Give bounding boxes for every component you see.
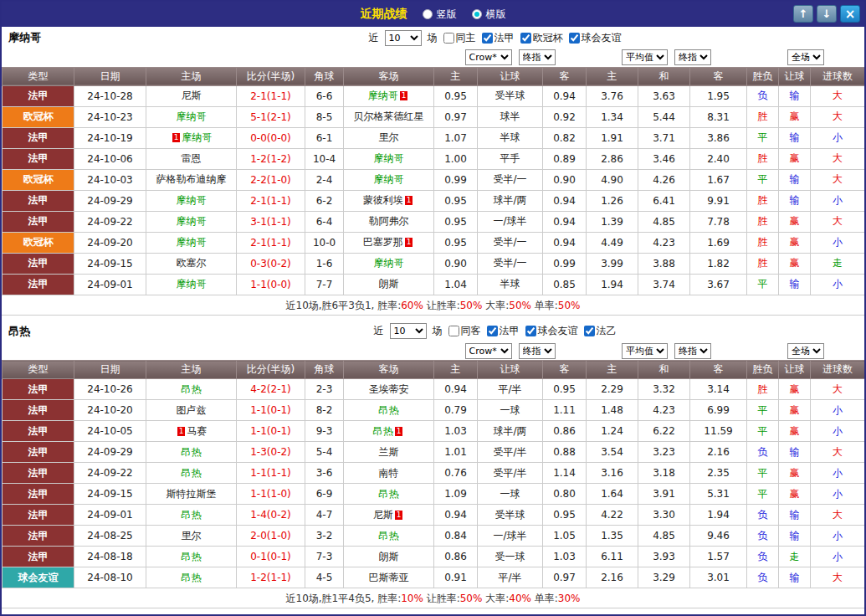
- match-scope-select[interactable]: 全场: [787, 49, 824, 65]
- outcome-goals-cell: 大: [811, 505, 865, 526]
- match-filters: 近10场同客法甲球会友谊法乙: [126, 323, 864, 339]
- layout-radio-horizontal[interactable]: 横版: [472, 8, 506, 22]
- close-button[interactable]: ×: [840, 5, 860, 23]
- unit-label: 场: [433, 324, 443, 338]
- checkbox-input[interactable]: [525, 326, 536, 336]
- handicap-line-cell: 球半: [478, 106, 543, 127]
- home-team-cell: 昂热: [146, 463, 237, 484]
- euro-away-odds-cell: 3.01: [690, 567, 747, 588]
- euro-draw-odds-cell: 3.18: [638, 463, 690, 484]
- euro-odds-stage-select[interactable]: 终指: [674, 49, 711, 65]
- asian-home-odds-cell: 0.95: [434, 190, 478, 211]
- unit-label: 场: [428, 31, 438, 45]
- date-cell: 24-09-29: [74, 190, 146, 211]
- checkbox-input[interactable]: [443, 33, 454, 44]
- league-cell: 法甲: [3, 421, 74, 442]
- filter-checkbox[interactable]: 法甲: [482, 31, 515, 45]
- euro-odds-source-select[interactable]: 平均值: [622, 49, 668, 65]
- euro-odds-stage-select[interactable]: 终指: [674, 343, 711, 359]
- euro-home-odds-cell: 2.16: [587, 567, 638, 588]
- filter-checkbox[interactable]: 欧冠杯: [520, 31, 563, 45]
- league-cell: 法甲: [3, 442, 74, 463]
- handicap-line-cell: 半球: [478, 127, 543, 148]
- checkbox-input[interactable]: [569, 33, 580, 44]
- team-label: 圣埃蒂安: [369, 383, 409, 395]
- outcome-handicap-cell: 赢: [779, 400, 811, 421]
- asian-odds-source-select[interactable]: Crow*: [465, 343, 512, 359]
- column-header: 主: [434, 67, 478, 85]
- match-count-select[interactable]: 10: [385, 30, 422, 46]
- checkbox-label: 球会友谊: [538, 324, 578, 338]
- outcome-handicap-cell: 输: [779, 526, 811, 547]
- team-label: 尼斯: [182, 90, 202, 101]
- asian-away-odds-cell: 1.03: [543, 547, 587, 567]
- column-header: 类型: [3, 67, 74, 85]
- team-label: 贝尔格莱德红星: [354, 110, 424, 122]
- euro-odds-source-select[interactable]: 平均值: [622, 343, 668, 359]
- asian-home-odds-cell: 0.97: [434, 106, 478, 127]
- team-label: 摩纳哥: [177, 194, 207, 206]
- near-label: 近: [369, 31, 379, 45]
- handicap-line-cell: 一球: [478, 400, 543, 421]
- euro-draw-odds-cell: 3.29: [638, 567, 690, 588]
- match-count-select[interactable]: 10: [390, 323, 427, 339]
- summary-line: 近10场,胜6平3负1, 胜率:60% 让胜率:50% 大率:50% 单率:50…: [2, 295, 864, 316]
- euro-home-odds-cell: 1.26: [587, 190, 638, 211]
- column-header: 主: [434, 361, 478, 379]
- score-cell: 1-1(1-0): [237, 484, 305, 505]
- outcome-handicap-cell: 赢: [779, 484, 811, 505]
- away-team-cell: 兰斯: [344, 442, 434, 463]
- outcome-handicap-cell: 赢: [779, 421, 811, 442]
- table-row: 法甲24-09-01昂热1-4(0-2)4-7尼斯10.94受半球0.954.2…: [3, 505, 865, 526]
- asian-home-odds-cell: 0.91: [434, 567, 478, 588]
- date-cell: 24-09-15: [74, 484, 146, 505]
- asian-odds-source-select[interactable]: Crow*: [465, 49, 512, 65]
- checkbox-input[interactable]: [448, 326, 459, 336]
- filter-checkbox[interactable]: 球会友谊: [569, 31, 622, 45]
- euro-draw-odds-cell: 6.41: [638, 190, 690, 211]
- filter-checkbox[interactable]: 法乙: [584, 324, 617, 338]
- filter-checkbox[interactable]: 同主: [443, 31, 476, 45]
- euro-draw-odds-cell: 3.93: [638, 547, 690, 567]
- corners-cell: 10-4: [305, 148, 344, 169]
- date-cell: 24-10-23: [74, 106, 146, 127]
- home-team-cell: 昂热: [146, 547, 237, 567]
- layout-radio-vertical[interactable]: 竖版: [423, 8, 457, 22]
- home-team-cell: 昂热: [146, 379, 237, 400]
- up-arrow-button[interactable]: ↑: [793, 5, 813, 23]
- league-cell: 欧冠杯: [3, 106, 74, 127]
- filter-checkbox[interactable]: 球会友谊: [525, 324, 578, 338]
- team-label: 昂热: [379, 488, 399, 500]
- handicap-line-cell: 受半/一: [478, 232, 543, 253]
- checkbox-input[interactable]: [482, 33, 493, 44]
- filter-checkbox[interactable]: 法甲: [487, 324, 520, 338]
- team-label: 昂热: [182, 467, 202, 479]
- down-arrow-icon: ↓: [822, 8, 832, 20]
- asian-away-odds-cell: 0.94: [543, 85, 587, 106]
- checkbox-input[interactable]: [520, 33, 531, 44]
- checkbox-input[interactable]: [487, 326, 498, 336]
- corners-cell: 4-7: [305, 505, 344, 526]
- outcome-wdl-cell: 平: [747, 484, 779, 505]
- euro-away-odds-cell: 1.82: [690, 253, 747, 274]
- asian-odds-stage-select[interactable]: 终指: [519, 343, 556, 359]
- team-label: 雷恩: [182, 152, 202, 164]
- home-team-cell: 图卢兹: [146, 400, 237, 421]
- team-label: 昂热: [182, 446, 202, 458]
- down-arrow-button[interactable]: ↓: [817, 5, 837, 23]
- score-cell: 0-1(0-1): [237, 547, 305, 567]
- asian-odds-stage-select[interactable]: 终指: [519, 49, 556, 65]
- league-cell: 法甲: [3, 253, 74, 274]
- outcome-wdl-cell: 平: [747, 400, 779, 421]
- match-scope-select[interactable]: 全场: [787, 343, 824, 359]
- euro-away-odds-cell: 1.69: [690, 232, 747, 253]
- date-cell: 24-09-15: [74, 253, 146, 274]
- column-header: 角球: [305, 67, 344, 85]
- handicap-line-cell: 平手: [478, 148, 543, 169]
- checkbox-input[interactable]: [584, 326, 595, 336]
- outcome-wdl-cell: 平: [747, 421, 779, 442]
- filter-checkbox[interactable]: 同客: [448, 324, 481, 338]
- outcome-wdl-cell: 胜: [747, 379, 779, 400]
- up-arrow-icon: ↑: [799, 8, 808, 20]
- score-cell: 1-1(1-1): [237, 463, 305, 484]
